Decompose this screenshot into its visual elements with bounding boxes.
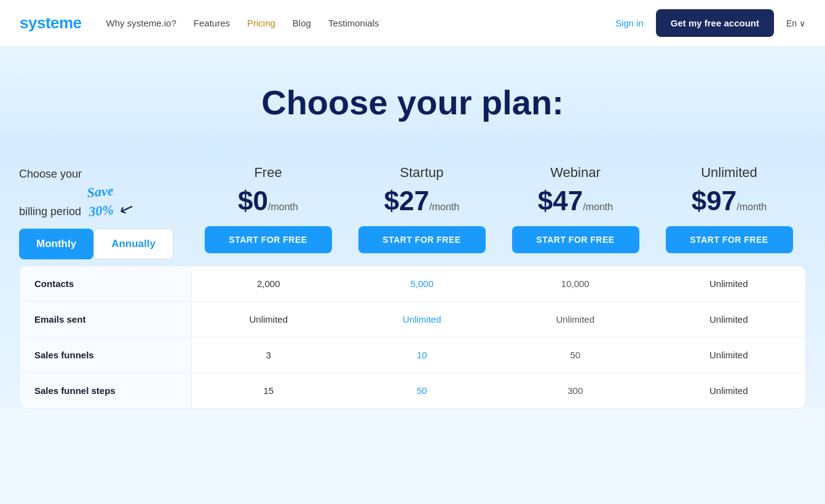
feature-val-contacts-unlimited: Unlimited <box>652 266 806 301</box>
plan-cta-webinar[interactable]: START FOR FREE <box>512 226 639 253</box>
table-row: Sales funnel steps 15 50 300 Unlimited <box>20 373 805 408</box>
monthly-toggle-button[interactable]: Monthly <box>19 229 93 259</box>
plan-amount-startup: $27 <box>384 186 429 216</box>
feature-label-contacts: Contacts <box>20 266 192 301</box>
plan-price-unlimited: $97/month <box>658 186 800 216</box>
plan-period-webinar: /month <box>583 202 613 212</box>
table-row: Contacts 2,000 5,000 10,000 Unlimited <box>20 266 805 302</box>
feature-label-funnels: Sales funnels <box>20 337 192 372</box>
plan-period-unlimited: /month <box>736 202 767 212</box>
plan-cta-startup[interactable]: START FOR FREE <box>358 226 486 253</box>
feature-val-funnels-free: 3 <box>192 337 345 372</box>
feature-val-emails-webinar: Unlimited <box>499 302 652 337</box>
navbar: systeme Why systeme.io? Features Pricing… <box>0 0 825 47</box>
plan-cta-free[interactable]: START FOR FREE <box>205 226 332 253</box>
billing-line1: Choose your <box>19 168 82 180</box>
get-free-account-button[interactable]: Get my free account <box>656 9 774 37</box>
feature-val-funnels-webinar: 50 <box>499 337 652 372</box>
feature-val-funnels-startup: 10 <box>345 337 499 372</box>
feature-val-contacts-free: 2,000 <box>192 266 345 301</box>
feature-val-emails-startup: Unlimited <box>345 302 499 337</box>
plan-cta-unlimited[interactable]: START FOR FREE <box>666 226 793 253</box>
signin-link[interactable]: Sign in <box>615 18 644 28</box>
pricing-wrapper: Choose your billing period Save30% ↙ Mon… <box>19 146 806 409</box>
plan-name-webinar: Webinar <box>505 165 646 181</box>
plan-col-startup: Startup $27/month START FOR FREE <box>345 159 499 266</box>
table-row: Emails sent Unlimited Unlimited Unlimite… <box>20 302 805 337</box>
feature-val-steps-unlimited: Unlimited <box>652 373 806 408</box>
billing-line2: billing period <box>19 205 81 217</box>
plan-price-webinar: $47/month <box>505 186 646 216</box>
feature-label-funnel-steps: Sales funnel steps <box>20 373 192 408</box>
language-selector[interactable]: En ∨ <box>786 18 805 28</box>
plan-period-startup: /month <box>429 202 459 212</box>
plan-col-unlimited: Unlimited $97/month START FOR FREE <box>652 159 806 266</box>
features-table: Contacts 2,000 5,000 10,000 Unlimited Em… <box>19 266 806 409</box>
hero-section: Choose your plan: <box>0 47 825 146</box>
nav-right: Sign in Get my free account En ∨ <box>615 9 805 37</box>
pricing-section: Choose your billing period Save30% ↙ Mon… <box>0 146 825 409</box>
nav-blog[interactable]: Blog <box>293 18 311 28</box>
plan-amount-unlimited: $97 <box>692 186 736 216</box>
feature-val-steps-startup: 50 <box>345 373 499 408</box>
billing-selector: Choose your billing period Save30% ↙ Mon… <box>19 167 191 265</box>
billing-label: Choose your billing period Save30% ↙ <box>19 167 191 221</box>
plan-name-free: Free <box>197 165 339 181</box>
feature-val-steps-free: 15 <box>192 373 345 408</box>
feature-label-emails: Emails sent <box>20 302 192 337</box>
plan-col-free: Free $0/month START FOR FREE <box>191 159 345 266</box>
feature-val-emails-unlimited: Unlimited <box>652 302 806 337</box>
nav-why[interactable]: Why systeme.io? <box>106 18 176 28</box>
plan-amount-webinar: $47 <box>538 186 583 216</box>
plan-amount-free: $0 <box>238 186 268 216</box>
plan-price-startup: $27/month <box>351 186 492 216</box>
feature-val-steps-webinar: 300 <box>499 373 652 408</box>
feature-val-contacts-webinar: 10,000 <box>499 266 652 301</box>
nav-features[interactable]: Features <box>194 18 230 28</box>
toggle-row: Monthly Annually <box>19 229 191 259</box>
logo[interactable]: systeme <box>20 14 82 33</box>
plan-name-startup: Startup <box>351 165 492 181</box>
save-badge: Save30% <box>86 181 116 221</box>
plan-name-unlimited: Unlimited <box>658 165 800 181</box>
hero-title: Choose your plan: <box>12 84 813 122</box>
plan-period-free: /month <box>268 202 298 212</box>
save-arrow: ↙ <box>116 195 138 223</box>
nav-pricing[interactable]: Pricing <box>247 18 275 28</box>
plan-col-webinar: Webinar $47/month START FOR FREE <box>499 159 652 266</box>
annually-toggle-button[interactable]: Annually <box>93 229 173 259</box>
table-row: Sales funnels 3 10 50 Unlimited <box>20 337 805 373</box>
plan-price-free: $0/month <box>197 186 339 216</box>
nav-links: Why systeme.io? Features Pricing Blog Te… <box>106 18 615 29</box>
feature-val-contacts-startup: 5,000 <box>345 266 499 301</box>
feature-val-funnels-unlimited: Unlimited <box>652 337 806 372</box>
feature-val-emails-free: Unlimited <box>192 302 345 337</box>
nav-testimonials[interactable]: Testimonials <box>328 18 379 28</box>
plan-header-row: Choose your billing period Save30% ↙ Mon… <box>19 146 806 266</box>
